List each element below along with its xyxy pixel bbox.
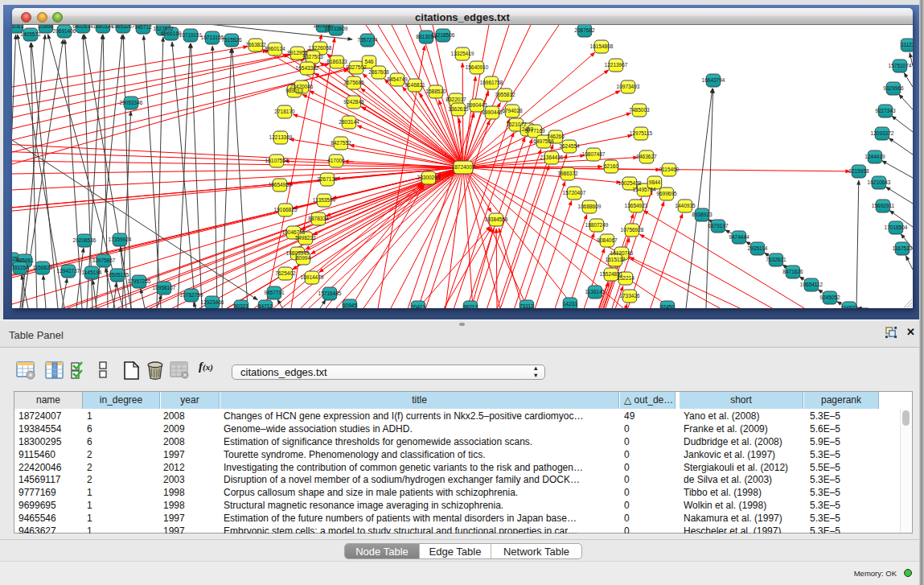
- svg-text:8990443: 8990443: [466, 102, 487, 108]
- svg-text:1145194: 1145194: [82, 270, 102, 275]
- svg-text:12923466: 12923466: [201, 299, 224, 305]
- svg-text:29053346: 29053346: [120, 100, 143, 105]
- svg-text:84712: 84712: [258, 303, 273, 308]
- svg-text:90321: 90321: [234, 303, 248, 308]
- svg-text:6497568: 6497568: [533, 138, 554, 144]
- svg-text:3215958: 3215958: [848, 168, 869, 174]
- svg-text:11122: 11122: [901, 42, 913, 47]
- svg-text:88213: 88213: [463, 304, 478, 308]
- svg-text:10756928: 10756928: [621, 227, 644, 233]
- svg-text:2087682: 2087682: [574, 27, 595, 33]
- svg-text:9844: 9844: [649, 179, 661, 185]
- svg-text:9084067: 9084067: [597, 237, 618, 243]
- svg-text:15495754: 15495754: [633, 187, 656, 192]
- svg-text:11353594: 11353594: [313, 197, 336, 203]
- svg-text:16120746: 16120746: [610, 250, 634, 256]
- svg-text:7625402: 7625402: [275, 270, 296, 276]
- svg-text:5498222: 5498222: [295, 235, 316, 241]
- svg-text:3267130: 3267130: [317, 176, 338, 182]
- svg-text:1136141: 1136141: [585, 289, 606, 295]
- svg-text:9242848: 9242848: [343, 99, 364, 105]
- svg-text:13325419: 13325419: [451, 51, 474, 56]
- svg-text:10653267: 10653267: [112, 25, 135, 29]
- svg-text:17957255: 17957255: [128, 278, 151, 284]
- svg-text:2718170: 2718170: [274, 109, 295, 114]
- svg-text:16210643: 16210643: [868, 179, 891, 185]
- svg-text:16961758: 16961758: [480, 80, 503, 85]
- svg-text:1440935: 1440935: [675, 203, 696, 208]
- svg-text:19166825: 19166825: [274, 207, 298, 212]
- svg-text:7955812: 7955812: [495, 92, 515, 97]
- svg-text:8322037: 8322037: [446, 97, 466, 102]
- svg-text:10958107: 10958107: [153, 285, 176, 290]
- svg-text:104523: 104523: [840, 305, 858, 308]
- svg-text:17016504: 17016504: [885, 225, 908, 230]
- svg-text:7986372: 7986372: [557, 171, 578, 176]
- svg-text:417006: 417006: [327, 158, 345, 163]
- svg-text:8427552: 8427552: [331, 140, 351, 146]
- svg-text:12213369: 12213369: [269, 134, 293, 140]
- svg-text:10807487: 10807487: [582, 151, 606, 157]
- svg-text:9327503: 9327503: [302, 54, 323, 60]
- svg-text:6794028: 6794028: [502, 108, 523, 113]
- svg-text:1588520: 1588520: [425, 89, 446, 94]
- svg-text:15720407: 15720407: [563, 190, 586, 196]
- svg-text:10782759: 10782759: [180, 292, 203, 298]
- svg-text:3675685: 3675685: [343, 80, 364, 85]
- svg-text:8878334: 8878334: [308, 216, 329, 221]
- svg-text:12975115: 12975115: [630, 130, 653, 136]
- svg-text:23420046: 23420046: [290, 84, 314, 89]
- svg-text:21364436: 21364436: [540, 154, 564, 160]
- svg-text:20206536: 20206536: [73, 237, 97, 243]
- svg-text:252214: 252214: [617, 275, 634, 281]
- svg-text:6879197: 6879197: [708, 223, 729, 229]
- svg-text:6402634: 6402634: [72, 25, 93, 29]
- svg-text:73112: 73112: [519, 303, 534, 308]
- svg-text:62160: 62160: [604, 163, 618, 169]
- svg-text:393154: 393154: [12, 265, 29, 270]
- svg-text:8186323: 8186323: [326, 59, 347, 64]
- svg-text:7515526: 7515526: [221, 37, 242, 43]
- svg-text:12093372: 12093372: [871, 130, 894, 136]
- svg-text:18724007: 18724007: [452, 164, 475, 170]
- svg-text:10046798: 10046798: [282, 229, 306, 235]
- svg-text:9463627: 9463627: [636, 154, 657, 159]
- svg-text:9474444: 9474444: [729, 234, 749, 240]
- svg-text:92450: 92450: [660, 304, 675, 308]
- svg-text:1244419: 1244419: [864, 154, 885, 159]
- svg-text:1156829: 1156829: [33, 265, 53, 270]
- svg-text:13226058: 13226058: [309, 45, 332, 51]
- svg-text:15640910: 15640910: [466, 64, 489, 70]
- svg-text:19384554: 19384554: [485, 216, 508, 222]
- svg-text:60945: 60945: [343, 303, 357, 308]
- svg-text:7357274: 7357274: [357, 37, 378, 43]
- svg-text:13218506: 13218506: [432, 32, 455, 38]
- svg-text:1167533: 1167533: [893, 245, 913, 251]
- svg-text:10654112: 10654112: [800, 282, 823, 287]
- svg-text:14231: 14231: [563, 301, 577, 307]
- svg-text:8454749: 8454749: [387, 76, 408, 82]
- svg-text:12942737: 12942737: [57, 268, 80, 274]
- svg-text:9115460: 9115460: [659, 167, 680, 172]
- svg-text:33975867: 33975867: [92, 257, 116, 263]
- svg-text:23300203: 23300203: [417, 175, 441, 180]
- svg-text:9245052: 9245052: [819, 295, 840, 300]
- svg-text:1405572: 1405572: [20, 31, 41, 37]
- svg-text:13654923: 13654923: [625, 203, 648, 208]
- svg-text:18807249: 18807249: [585, 222, 609, 228]
- svg-text:746266: 746266: [547, 134, 565, 139]
- svg-text:546: 546: [365, 59, 374, 64]
- svg-text:12505135: 12505135: [106, 272, 129, 278]
- svg-text:10025438: 10025438: [618, 180, 642, 186]
- svg-text:3624554: 3624554: [559, 143, 580, 149]
- svg-text:1362615: 1362615: [448, 106, 469, 112]
- svg-text:16033809: 16033809: [325, 26, 348, 31]
- svg-text:17359924: 17359924: [109, 237, 132, 242]
- svg-text:9327502: 9327502: [346, 64, 367, 70]
- svg-text:2803144: 2803144: [339, 119, 359, 125]
- svg-text:8471626: 8471626: [782, 269, 803, 274]
- svg-text:2867608: 2867608: [368, 69, 389, 75]
- svg-text:985061: 985061: [16, 257, 34, 263]
- svg-text:7485003: 7485003: [629, 107, 650, 113]
- svg-text:10719151: 10719151: [179, 32, 203, 38]
